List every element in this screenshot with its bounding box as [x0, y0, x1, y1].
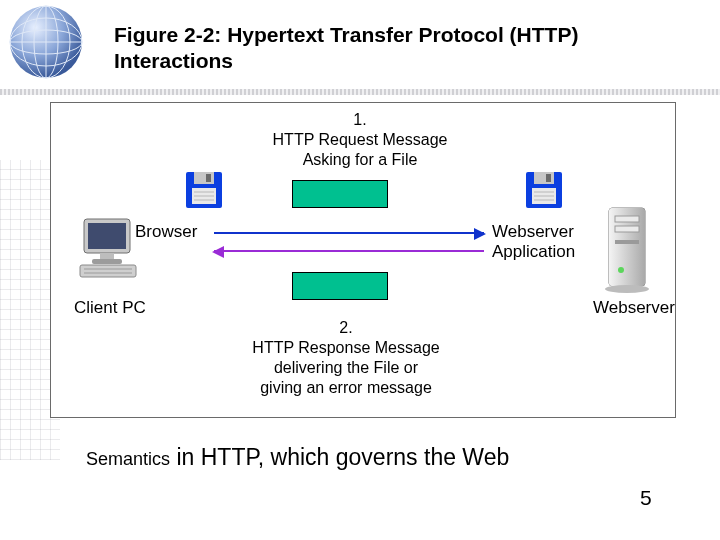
svg-rect-16: [546, 174, 551, 182]
client-pc-label: Client PC: [74, 298, 146, 318]
svg-rect-22: [88, 223, 126, 249]
response-arrow: [214, 250, 484, 252]
floppy-disk-icon: [524, 170, 564, 214]
step2-number: 2.: [219, 318, 473, 338]
response-box: [292, 272, 388, 300]
svg-point-34: [605, 285, 649, 293]
svg-rect-24: [92, 259, 122, 264]
svg-rect-30: [615, 216, 639, 222]
request-arrow: [214, 232, 484, 234]
svg-rect-9: [206, 174, 211, 182]
step1-line1: HTTP Request Message: [230, 130, 490, 150]
step1-number: 1.: [230, 110, 490, 130]
figure-title: Figure 2-2: Hypertext Transfer Protocol …: [114, 22, 674, 75]
webserver-icon: [601, 204, 653, 298]
step2-caption: 2. HTTP Response Message delivering the …: [219, 318, 473, 398]
webserver-label: Webserver: [593, 298, 675, 318]
slide: Figure 2-2: Hypertext Transfer Protocol …: [0, 0, 720, 540]
svg-point-33: [618, 267, 624, 273]
floppy-disk-icon: [184, 170, 224, 214]
caption-prefix: Semantics: [86, 449, 170, 469]
request-box: [292, 180, 388, 208]
globe-icon: [4, 4, 104, 88]
webserver-application-label: Webserver Application: [492, 222, 602, 261]
page-number: 5: [640, 486, 652, 510]
decorative-stripe: [0, 89, 720, 95]
step2-line1: HTTP Response Message: [219, 338, 473, 358]
browser-label: Browser: [135, 222, 197, 242]
step2-line2: delivering the File or: [219, 358, 473, 378]
slide-caption: Semantics in HTTP, which governs the Web: [86, 444, 509, 471]
svg-rect-25: [80, 265, 136, 277]
step1-caption: 1. HTTP Request Message Asking for a Fil…: [230, 110, 490, 170]
svg-rect-32: [615, 240, 639, 244]
step1-line2: Asking for a File: [230, 150, 490, 170]
step2-line3: giving an error message: [219, 378, 473, 398]
caption-rest: in HTTP, which governs the Web: [170, 444, 509, 470]
svg-rect-31: [615, 226, 639, 232]
svg-rect-23: [100, 253, 114, 259]
